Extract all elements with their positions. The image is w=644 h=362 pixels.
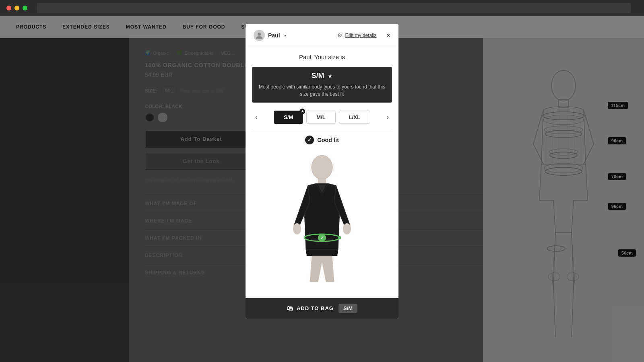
edit-details-label: Edit my details xyxy=(345,33,376,38)
size-tabs-row: ‹ S/M M/L L/XL › xyxy=(246,106,398,129)
size-tabs: S/M M/L L/XL xyxy=(260,111,383,124)
address-bar[interactable] xyxy=(37,3,631,13)
modal-footer[interactable]: 🛍 ADD TO BAG S/M xyxy=(246,298,398,319)
svg-point-19 xyxy=(258,33,261,36)
bag-icon: 🛍 xyxy=(287,305,293,312)
browser-chrome xyxy=(0,0,644,16)
size-rec-header: S/M ★ xyxy=(311,72,332,80)
good-fit-header: ✓ Good fit xyxy=(246,129,398,149)
size-next-button[interactable]: › xyxy=(384,112,392,123)
browser-minimize-dot[interactable] xyxy=(14,6,19,10)
fit-label: Good fit xyxy=(317,137,339,143)
modal-overlay: Paul ▾ ⚙ Edit my details × Paul, Your si… xyxy=(0,16,644,362)
add-to-bag-button[interactable]: 🛍 ADD TO BAG xyxy=(287,305,334,312)
size-tab-sm[interactable]: S/M xyxy=(274,111,303,124)
modal-header: Paul ▾ ⚙ Edit my details × xyxy=(246,24,398,47)
browser-maximize-dot[interactable] xyxy=(23,6,27,10)
browser-close-dot[interactable] xyxy=(6,6,11,10)
size-recommendation-box: S/M ★ Most people with similar body type… xyxy=(252,67,392,103)
chevron-down-icon: ▾ xyxy=(284,33,286,38)
svg-point-23 xyxy=(343,223,351,234)
size-tab-lxl[interactable]: L/XL xyxy=(339,111,370,124)
size-prev-button[interactable]: ‹ xyxy=(252,112,260,123)
user-profile[interactable]: Paul ▾ xyxy=(254,30,286,41)
svg-point-27 xyxy=(338,236,341,239)
modal-title: Paul, Your size is xyxy=(246,47,398,64)
page-container: PRODUCTS EXTENDED SIZES MOST WANTED BUY … xyxy=(0,16,644,362)
svg-point-22 xyxy=(293,223,301,234)
star-icon: ★ xyxy=(328,73,333,79)
recommended-size: S/M xyxy=(311,72,324,80)
fit-content: ✓ Good fit xyxy=(246,129,398,298)
size-recommendation-modal: Paul ▾ ⚙ Edit my details × Paul, Your si… xyxy=(246,24,398,319)
modal-close-button[interactable]: × xyxy=(386,32,390,39)
recommendation-description: Most people with similar body types to y… xyxy=(258,83,386,98)
garment-avatar-svg: ✓ xyxy=(278,153,366,290)
avatar xyxy=(254,30,265,41)
avatar-container: ✓ xyxy=(246,149,398,298)
selected-size-badge: S/M xyxy=(339,304,357,313)
gear-icon: ⚙ xyxy=(337,32,343,39)
check-circle-icon: ✓ xyxy=(305,136,314,144)
svg-text:✓: ✓ xyxy=(320,235,324,240)
size-tab-ml[interactable]: M/L xyxy=(306,111,335,124)
edit-details-link[interactable]: ⚙ Edit my details xyxy=(337,32,376,39)
add-to-bag-label: ADD TO BAG xyxy=(297,305,334,311)
user-name: Paul xyxy=(268,32,280,39)
svg-point-20 xyxy=(312,155,332,179)
